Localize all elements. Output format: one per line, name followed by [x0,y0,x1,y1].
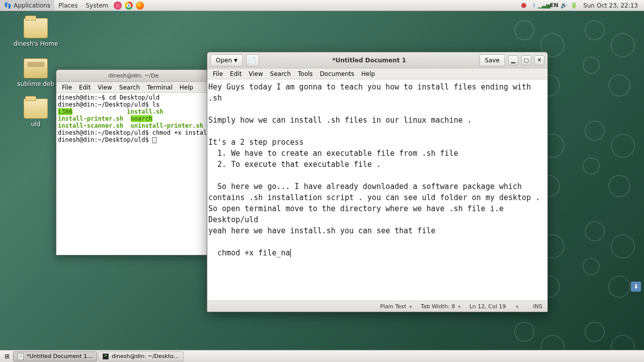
minimize-icon: ▁ [511,57,515,63]
recorder-app-icon[interactable] [113,1,122,10]
gedit-menu-view[interactable]: View [245,69,266,78]
uld-folder-icon[interactable]: uld [13,99,58,128]
gnome-foot-icon: 👣 [4,2,12,9]
chevron-down-icon: ▼ [234,58,237,63]
syntax-mode-selector[interactable]: Plain Text [380,303,412,310]
sublime-deb-icon[interactable]: sublime.deb [13,58,58,87]
record-indicator-icon[interactable] [520,2,528,10]
taskbar-terminal-label: dinesh@din: ~/Deskto… [112,353,179,359]
gedit-menu-help[interactable]: Help [358,69,378,78]
terminal-menu-view[interactable]: View [94,83,115,92]
open-button-label: Open [216,57,232,64]
home-folder-label: dinesh's Home [13,40,58,47]
terminal-titlebar[interactable]: ◦ dinesh@din: ~/De [56,70,207,82]
terminal-title: dinesh@din: ~/De [63,72,205,79]
taskbar-gedit-label: *Untitled Document 1… [27,353,93,359]
gedit-text-area[interactable]: Hey Guys today I am gonna to teach you h… [207,79,547,301]
document-icon [18,353,24,360]
gedit-menu-file[interactable]: File [209,69,226,78]
close-button[interactable]: ✕ [534,55,544,65]
terminal-menubar: File Edit View Search Terminal Help [56,82,207,93]
open-button[interactable]: Open ▼ [210,54,243,66]
text-cursor [290,249,291,257]
places-menu[interactable]: Places [54,0,82,11]
gedit-menu-documents[interactable]: Documents [316,69,358,78]
gedit-title: *Untitled Document 1 [262,57,476,64]
download-indicator-icon[interactable]: ⬇ [631,282,641,292]
system-menu[interactable]: System [82,0,112,11]
show-desktop-icon: ⊞ [5,353,10,360]
cursor-position-menu[interactable] [515,304,524,309]
keyboard-layout-indicator[interactable]: EN [550,2,558,10]
show-desktop-button[interactable]: ⊞ [2,351,12,361]
applications-menu[interactable]: 👣 Applications [0,0,54,11]
new-document-button[interactable]: 📄 [246,54,259,66]
gedit-text-content: Hey Guys today I am gonna to teach you h… [208,82,544,257]
bluetooth-icon[interactable]: ᚼ [530,2,538,10]
places-menu-label: Places [58,2,77,9]
gedit-window[interactable]: Open ▼ 📄 *Untitled Document 1 Save ▁ ▢ ✕… [207,52,548,312]
terminal-icon [103,353,109,359]
terminal-menu-help[interactable]: Help [176,83,197,92]
volume-icon[interactable]: 🔊 [560,2,568,10]
terminal-cursor [152,137,156,143]
terminal-menu-file[interactable]: File [58,83,75,92]
gedit-menu-edit[interactable]: Edit [226,69,245,78]
folder-icon [24,18,48,38]
maximize-button[interactable]: ▢ [521,55,531,65]
package-icon [24,58,48,78]
sublime-deb-label: sublime.deb [13,80,58,87]
terminal-menu-terminal[interactable]: Terminal [143,83,176,92]
battery-icon[interactable]: 🔋 [570,2,578,10]
chrome-app-icon[interactable] [124,1,133,10]
save-button-label: Save [485,57,500,64]
gedit-statusbar: Plain Text Tab Width: 8 Ln 12, Col 19 IN… [207,301,547,312]
uld-folder-label: uld [13,121,58,128]
top-panel: 👣 Applications Places System ᚼ ▁▃▅ EN 🔊 … [0,0,644,11]
system-menu-label: System [86,2,108,9]
save-button[interactable]: Save [479,54,505,66]
gedit-menu-search[interactable]: Search [267,69,294,78]
home-folder-icon[interactable]: dinesh's Home [13,18,58,47]
terminal-menu-search[interactable]: Search [116,83,143,92]
insert-mode[interactable]: INS [533,303,542,310]
terminal-menu-edit[interactable]: Edit [75,83,94,92]
gedit-toolbar: Open ▼ 📄 *Untitled Document 1 Save ▁ ▢ ✕ [207,52,547,68]
bottom-panel: ⊞ *Untitled Document 1… dinesh@din: ~/De… [0,350,644,362]
network-icon[interactable]: ▁▃▅ [540,2,548,10]
maximize-icon: ▢ [524,57,529,63]
tab-width-selector[interactable]: Tab Width: 8 [421,303,460,310]
folder-icon [24,99,48,119]
cursor-position: Ln 12, Col 19 [469,303,506,310]
close-icon: ✕ [537,57,541,63]
applications-menu-label: Applications [14,2,50,9]
terminal-window[interactable]: ◦ dinesh@din: ~/De File Edit View Search… [56,69,208,255]
taskbar-terminal[interactable]: dinesh@din: ~/Deskto… [98,351,184,361]
terminal-output[interactable]: dinesh@din:~$ cd Desktop/uld dinesh@din:… [56,93,207,255]
minimize-button[interactable]: ▁ [508,55,518,65]
clock[interactable]: Sun Oct 23, 22:13 [580,2,641,9]
app-menu-icon[interactable]: ◦ [59,72,63,79]
gedit-menu-tools[interactable]: Tools [294,69,316,78]
gedit-menubar: File Edit View Search Tools Documents He… [207,68,547,79]
taskbar-gedit[interactable]: *Untitled Document 1… [13,351,97,361]
firefox-app-icon[interactable] [135,1,144,10]
new-file-icon: 📄 [249,57,256,64]
